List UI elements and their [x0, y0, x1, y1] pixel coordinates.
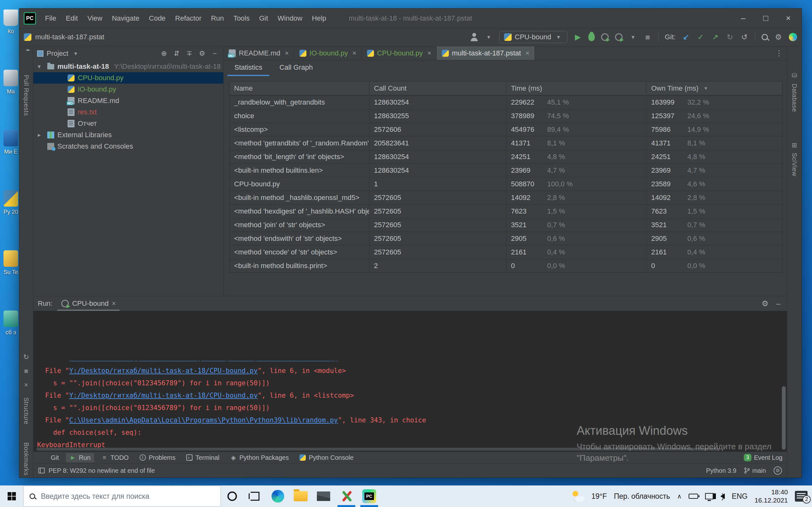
- taskbar-search[interactable]: [23, 486, 221, 507]
- database-tab[interactable]: Database: [791, 83, 798, 112]
- file-link[interactable]: C:\Users\admin\AppData\Local\Programs\Py…: [69, 416, 338, 424]
- tool-windows-icon[interactable]: [38, 468, 45, 473]
- user-icon[interactable]: [470, 33, 478, 41]
- menu-item[interactable]: Tools: [229, 12, 254, 25]
- tool-window-button[interactable]: Run: [66, 453, 95, 462]
- editor-tab[interactable]: multi-task-at-187.pstat ×: [437, 46, 535, 60]
- locate-file-icon[interactable]: ⊕: [159, 49, 169, 58]
- profiler-tab[interactable]: Statistics: [227, 60, 269, 76]
- tree-item[interactable]: Scratches and Consoles: [33, 141, 223, 152]
- language-indicator[interactable]: ENG: [732, 492, 748, 501]
- weather-temperature[interactable]: 19°F: [592, 492, 607, 501]
- tree-item[interactable]: Отчет: [33, 118, 223, 129]
- table-row[interactable]: choice 128630255 37898974,5 % 12539724,6…: [230, 109, 782, 123]
- search-input[interactable]: [40, 492, 215, 501]
- chevron-down-icon[interactable]: ▾: [38, 63, 44, 70]
- profile-button[interactable]: [601, 33, 609, 41]
- sciview-icon[interactable]: ⊞: [792, 141, 797, 149]
- menu-item[interactable]: Run: [206, 12, 229, 25]
- run-console-tab[interactable]: CPU-bound ×: [57, 296, 119, 311]
- tool-window-button[interactable]: Python Console: [296, 453, 357, 462]
- breadcrumb[interactable]: multi-task-at-187.pstat: [24, 33, 104, 41]
- start-button[interactable]: [0, 486, 23, 507]
- python-interpreter[interactable]: Python 3.9: [706, 467, 737, 474]
- tray-expand-icon[interactable]: ∧: [677, 493, 681, 500]
- menu-item[interactable]: Window: [273, 12, 307, 25]
- collapse-all-icon[interactable]: ∓: [185, 49, 194, 58]
- menu-item[interactable]: Refactor: [170, 12, 206, 25]
- clock[interactable]: 18:40 16.12.2021: [755, 488, 788, 504]
- desktop-icon[interactable]: Ми Е: [2, 130, 20, 190]
- git-branch-widget[interactable]: main: [744, 467, 766, 474]
- settings-gear-icon[interactable]: [774, 33, 782, 41]
- menu-item[interactable]: Code: [144, 12, 171, 25]
- tool-window-button[interactable]: Terminal: [183, 453, 223, 462]
- stop-icon[interactable]: ■: [24, 367, 28, 375]
- desktop-icon[interactable]: Ма: [2, 70, 20, 130]
- close-tab-icon[interactable]: ×: [525, 49, 529, 57]
- column-header-name[interactable]: Name: [230, 81, 369, 95]
- menu-item[interactable]: Git: [254, 12, 273, 25]
- more-options-icon[interactable]: [775, 49, 783, 57]
- stop-button[interactable]: [644, 33, 652, 41]
- git-rollback-button[interactable]: [740, 33, 749, 41]
- file-link[interactable]: C:\Users\admin\AppData\Local\Programs\Py…: [69, 361, 338, 361]
- bookmarks-tab[interactable]: Bookmarks: [22, 442, 30, 475]
- column-header-call-count[interactable]: Call Count: [369, 81, 506, 95]
- debug-button[interactable]: [589, 33, 595, 41]
- hide-console-icon[interactable]: [774, 299, 782, 308]
- desktop-icon[interactable]: Py 20: [2, 190, 20, 250]
- cortana-button[interactable]: [221, 486, 244, 507]
- git-commit-button[interactable]: [697, 33, 705, 41]
- table-row[interactable]: <method 'getrandbits' of '_random.Random…: [230, 136, 782, 150]
- project-root-row[interactable]: ▾ multi-task-at-18 Y:\Desktop\гитхаб\mul…: [33, 61, 223, 72]
- file-link[interactable]: Y:/Desktop/гитхаб/multi-task-at-18/CPU-b…: [69, 392, 258, 399]
- hide-panel-icon[interactable]: −: [210, 49, 219, 58]
- expand-all-icon[interactable]: ⇵: [172, 49, 182, 58]
- run-button[interactable]: [574, 33, 582, 41]
- run-config-selector[interactable]: CPU-bound: [499, 31, 567, 43]
- column-header-own-time[interactable]: Own Time (ms): [647, 81, 783, 95]
- close-tab-icon[interactable]: ×: [112, 299, 116, 308]
- horizontal-scrollbar[interactable]: [37, 448, 718, 451]
- tool-window-button[interactable]: Python Packages: [226, 453, 293, 462]
- profiler-tab[interactable]: Call Graph: [272, 60, 320, 76]
- table-row[interactable]: <method 'hexdigest' of '_hashlib.HASH' o…: [230, 205, 782, 218]
- editor-tab[interactable]: CPU-bound.py ×: [362, 46, 437, 60]
- table-row[interactable]: <method 'encode' of 'str' objects> 25726…: [230, 245, 782, 259]
- editor-tab[interactable]: README.md ×: [223, 46, 294, 60]
- table-row[interactable]: <method 'endswith' of 'str' objects> 257…: [230, 232, 782, 245]
- git-history-button[interactable]: [726, 33, 734, 41]
- tool-window-button[interactable]: Problems: [136, 453, 179, 462]
- table-row[interactable]: <built-in method _hashlib.openssl_md5> 2…: [230, 191, 782, 205]
- task-view-button[interactable]: [244, 486, 266, 507]
- close-tab-icon[interactable]: ×: [427, 49, 432, 57]
- column-header-time[interactable]: Time (ms): [506, 81, 647, 95]
- sciview-tab[interactable]: SciView: [791, 153, 798, 176]
- table-row[interactable]: <built-in method builtins.print> 2 00,0 …: [230, 259, 782, 273]
- edge-icon[interactable]: [266, 486, 289, 507]
- editor-tab[interactable]: IO-bound.py ×: [294, 46, 362, 60]
- table-row[interactable]: <built-in method builtins.len> 128630254…: [230, 164, 782, 177]
- pull-requests-tab[interactable]: Pull Requests: [22, 75, 30, 116]
- chevron-down-icon[interactable]: [485, 33, 493, 41]
- table-row[interactable]: <listcomp> 2572606 45497689,4 % 7598614,…: [230, 123, 782, 136]
- tree-item[interactable]: IO-bound.py: [33, 83, 223, 95]
- tree-item[interactable]: README.md: [33, 95, 223, 107]
- table-row[interactable]: CPU-bound.py 1 508870100,0 % 235894,6 %: [230, 177, 782, 191]
- table-row[interactable]: <method 'join' of 'str' objects> 2572605…: [230, 218, 782, 232]
- tool-window-button[interactable]: Git: [38, 453, 63, 462]
- tool-window-button[interactable]: TODO: [97, 453, 132, 462]
- menu-item[interactable]: View: [83, 12, 107, 25]
- close-console-icon[interactable]: ×: [24, 381, 28, 389]
- menu-item[interactable]: File: [40, 12, 61, 25]
- notification-center-icon[interactable]: 2: [795, 491, 808, 502]
- volume-icon[interactable]: [720, 493, 725, 499]
- vertical-scrollbar[interactable]: [782, 386, 786, 450]
- desktop-icon[interactable]: Su Te: [2, 250, 20, 311]
- ide-settings-icon[interactable]: [774, 466, 782, 475]
- mail-icon[interactable]: [312, 486, 335, 507]
- menu-item[interactable]: Navigate: [107, 12, 144, 25]
- minimize-button[interactable]: –: [741, 13, 745, 23]
- rerun-profiler-icon[interactable]: ↻: [23, 353, 29, 361]
